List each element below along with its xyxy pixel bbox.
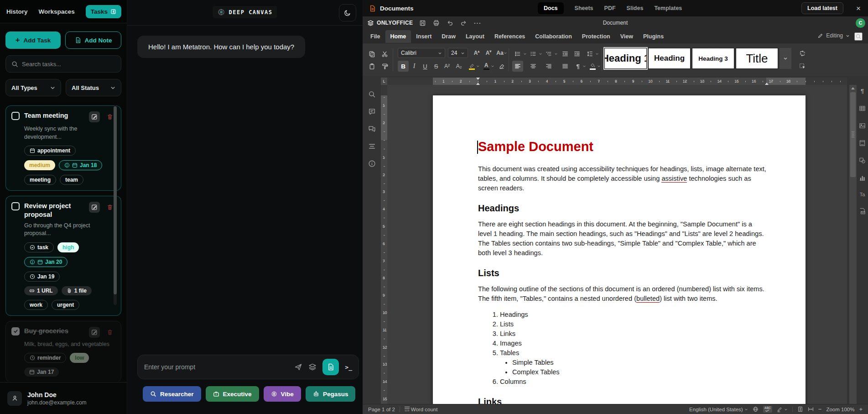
font-color-dropdown[interactable] [490, 61, 495, 72]
zoom-out-button[interactable]: − [818, 406, 822, 413]
scroll-up-arrow[interactable] [851, 87, 855, 89]
menu-collaboration[interactable]: Collaboration [530, 30, 577, 43]
justify-button[interactable] [560, 61, 571, 72]
track-changes-button[interactable] [777, 406, 788, 412]
task-checkbox[interactable] [11, 112, 20, 120]
chat-panel-button[interactable] [368, 125, 376, 133]
send-button[interactable] [294, 363, 302, 371]
add-note-button[interactable]: Add Note [65, 31, 121, 49]
menu-plugins[interactable]: Plugins [638, 30, 669, 43]
add-task-button[interactable]: + Add Task [5, 31, 61, 49]
comments-panel-button[interactable] [368, 108, 376, 115]
menu-layout[interactable]: Layout [461, 30, 489, 43]
document-mode-button[interactable] [322, 359, 339, 375]
tab-docs[interactable]: Docs [538, 2, 564, 14]
scrollbar-thumb[interactable] [114, 106, 117, 294]
menu-file[interactable]: File [365, 30, 385, 43]
edit-task-button[interactable] [89, 111, 100, 122]
nav-tasks-active[interactable]: Tasks [86, 5, 121, 18]
fit-width-button[interactable] [808, 406, 814, 412]
task-card[interactable]: Team meeting Weekly sync with the develo… [5, 105, 121, 191]
bullets-button[interactable] [512, 48, 523, 59]
textart-settings-button[interactable]: Ta [860, 192, 865, 197]
word-count-button[interactable]: 123 Word count [405, 407, 438, 412]
user-avatar-badge[interactable]: C [856, 18, 865, 28]
tab-slides[interactable]: Slides [627, 5, 644, 11]
increase-indent-button[interactable] [572, 48, 582, 59]
document-page[interactable]: Sample Document This document was create… [433, 95, 806, 404]
menu-insert[interactable]: Insert [411, 30, 437, 43]
fit-page-button[interactable] [797, 406, 803, 412]
line-spacing-button[interactable] [584, 48, 595, 59]
agent-vibe-button[interactable]: Vibe [264, 386, 301, 402]
agent-pegasus-button[interactable]: Pegasus [306, 386, 356, 402]
select-all-button[interactable] [797, 61, 808, 72]
tab-templates[interactable]: Templates [654, 5, 682, 11]
subscript-button[interactable]: A₂ [453, 61, 464, 72]
chart-settings-button[interactable] [859, 174, 866, 181]
delete-task-button[interactable] [104, 327, 115, 338]
strikethrough-button[interactable]: S [431, 61, 442, 72]
multilevel-dropdown[interactable] [553, 48, 559, 59]
set-language-button[interactable] [753, 406, 759, 412]
navigation-panel-button[interactable] [368, 142, 376, 150]
nav-history[interactable]: History [6, 8, 28, 15]
redo-button[interactable] [460, 20, 467, 26]
more-actions-button[interactable]: ··· [474, 20, 481, 26]
menu-protection[interactable]: Protection [577, 30, 615, 43]
edit-task-button[interactable] [89, 202, 100, 213]
zoom-in-button[interactable]: + [859, 406, 863, 413]
save-button[interactable] [419, 20, 426, 26]
menu-home[interactable]: Home [385, 30, 411, 43]
theme-toggle-button[interactable] [339, 4, 356, 21]
superscript-button[interactable]: A² [442, 61, 452, 72]
align-center-button[interactable] [528, 61, 539, 72]
task-checkbox-checked[interactable] [11, 327, 20, 335]
cut-button[interactable] [379, 48, 390, 59]
feedback-info-button[interactable] [368, 160, 376, 168]
tab-pdf[interactable]: PDF [604, 5, 616, 11]
prompt-input[interactable] [144, 363, 288, 371]
nav-workspaces[interactable]: Workspaces [39, 8, 75, 15]
close-icon[interactable]: × [856, 5, 861, 12]
task-card[interactable]: Review project proposal Go through the Q… [5, 196, 121, 316]
numbering-dropdown[interactable] [538, 48, 543, 59]
copy-button[interactable] [366, 48, 377, 59]
menu-view[interactable]: View [615, 30, 638, 43]
page-indicator[interactable]: Page 1 of 2 [368, 407, 395, 412]
table-settings-button[interactable] [859, 105, 866, 112]
load-latest-button[interactable]: Load latest [801, 2, 843, 14]
filter-status-select[interactable]: All Status [66, 79, 121, 96]
style-heading1[interactable]: Heading 1 [604, 48, 647, 69]
undo-button[interactable] [447, 20, 453, 26]
find-button[interactable] [854, 32, 863, 41]
italic-button[interactable]: I [409, 61, 420, 72]
task-card-completed[interactable]: Buy groceries Milk, bread, eggs, and veg… [5, 321, 121, 381]
format-painter-button[interactable] [379, 61, 390, 72]
style-heading3[interactable]: Heading 3 [692, 48, 734, 69]
terminal-button[interactable]: >_ [345, 364, 352, 371]
menu-draw[interactable]: Draw [437, 30, 461, 43]
increase-font-button[interactable]: A▴ [471, 47, 482, 58]
user-profile[interactable]: John Doe john.doe@example.com [0, 382, 127, 414]
font-name-select[interactable]: Calibri [398, 48, 445, 58]
agent-executive-button[interactable]: Executive [206, 386, 259, 402]
shading-dropdown[interactable] [596, 61, 602, 72]
font-size-select[interactable]: 24 [448, 48, 468, 58]
align-left-button[interactable] [512, 61, 523, 72]
align-right-button[interactable] [543, 61, 554, 72]
replace-button[interactable]: AB [797, 48, 808, 59]
first-line-indent-marker[interactable] [476, 78, 480, 80]
bullets-dropdown[interactable] [522, 48, 528, 59]
language-select[interactable]: English (United States) [689, 407, 748, 412]
document-scrollbar[interactable] [849, 85, 857, 404]
style-heading2[interactable]: Heading [648, 48, 691, 69]
filter-type-select[interactable]: All Types [5, 79, 61, 96]
layers-button[interactable] [308, 363, 317, 371]
underline-button[interactable]: U [420, 61, 431, 72]
mail-merge-button[interactable] [859, 208, 866, 215]
header-footer-settings-button[interactable] [859, 140, 866, 147]
scrollbar-thumb[interactable] [850, 92, 856, 177]
find-panel-button[interactable] [368, 90, 376, 98]
numbering-button[interactable] [528, 48, 539, 59]
